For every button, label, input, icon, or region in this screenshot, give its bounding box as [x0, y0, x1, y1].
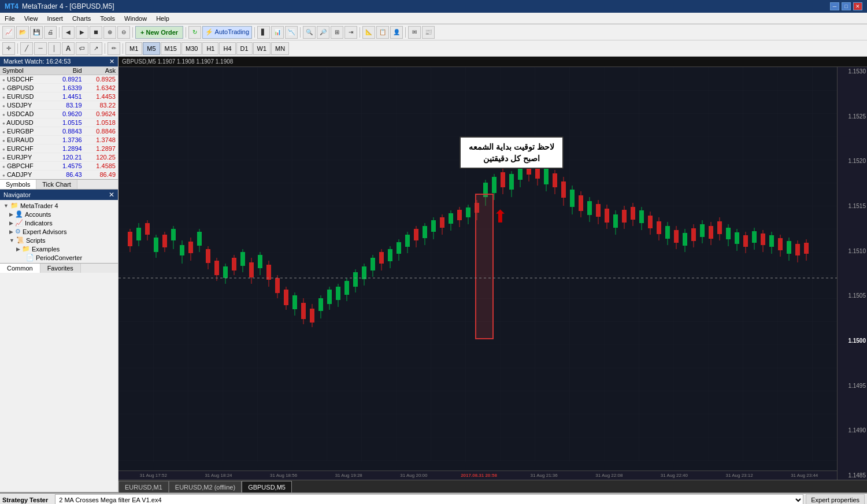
sep3 [123, 43, 123, 54]
magnify-minus[interactable]: 🔎 [317, 26, 329, 39]
market-watch-row[interactable]: ● GBPUSD 1.6339 1.6342 [0, 84, 118, 92]
period-m1[interactable]: M1 [125, 42, 142, 55]
tab-symbols[interactable]: Symbols [0, 180, 36, 189]
menu-insert[interactable]: Insert [42, 14, 68, 23]
open-data-button[interactable]: 📂 [16, 26, 29, 39]
period-m30[interactable]: M30 [181, 42, 202, 55]
hline-tool[interactable]: ─ [34, 42, 47, 55]
nav-examples[interactable]: ▶ 📁 Examples [0, 244, 118, 253]
new-order-button[interactable]: + New Order [135, 26, 183, 39]
tab-common[interactable]: Common [0, 264, 40, 273]
period-h1[interactable]: H1 [202, 42, 218, 55]
tab-tick-chart[interactable]: Tick Chart [36, 180, 77, 189]
period-h4[interactable]: H4 [219, 42, 235, 55]
nav-indicators[interactable]: ▶ 📈 Indicators [0, 218, 118, 227]
mw-symbol: ● EURUSD [0, 92, 50, 101]
market-watch-row[interactable]: ● EURUSD 1.4451 1.4453 [0, 92, 118, 101]
market-watch-row[interactable]: ● AUDUSD 1.0515 1.0518 [0, 118, 118, 127]
svg-rect-35 [266, 265, 271, 280]
market-watch-row[interactable]: ● GBPCHF 1.4575 1.4585 [0, 162, 118, 171]
expert-properties-button[interactable]: Expert properties [806, 494, 865, 505]
menu-file[interactable]: File [0, 14, 20, 23]
text-tool[interactable]: A [62, 42, 75, 55]
minimize-button[interactable]: ─ [830, 2, 839, 10]
mw-close-icon[interactable]: ✕ [109, 58, 114, 65]
chart-tab-eurusd-m2[interactable]: EURUSD,M2 (offline) [169, 481, 242, 492]
svg-rect-139 [717, 221, 722, 234]
menu-window[interactable]: Window [120, 14, 151, 23]
back-button[interactable]: ◀ [62, 26, 75, 39]
separator7 [405, 27, 406, 38]
titlebar: MT4 MetaTrader 4 - [GBPUSD,M5] ─ □ ✕ [0, 0, 867, 13]
line-tool[interactable]: ╱ [20, 42, 33, 55]
chart-type-bar[interactable]: ▋ [257, 26, 270, 39]
vline-tool[interactable]: │ [48, 42, 61, 55]
market-watch-row[interactable]: ● USDCAD 0.9620 0.9624 [0, 110, 118, 118]
mw-bid: 0.8921 [50, 75, 84, 84]
email-button[interactable]: ✉ [408, 26, 421, 39]
arrow-tool[interactable]: ↗ [90, 42, 102, 55]
new-chart-button[interactable]: 📈 [2, 26, 15, 39]
tab-favorites[interactable]: Favorites [40, 264, 81, 273]
svg-rect-79 [457, 210, 462, 220]
market-watch-row[interactable]: ● EURGBP 0.8843 0.8846 [0, 127, 118, 136]
forward-button[interactable]: ▶ [76, 26, 88, 39]
period-mn[interactable]: MN [271, 42, 289, 55]
scroll-right[interactable]: ⇥ [344, 26, 357, 39]
zoom-in-button[interactable]: ⊕ [103, 26, 116, 39]
autotrade-button[interactable]: ⚡ AutoTrading [202, 26, 252, 39]
chart-type-candle[interactable]: 📊 [271, 26, 284, 39]
market-watch-row[interactable]: ● USDCHF 0.8921 0.8925 [0, 75, 118, 84]
nav-period-converter[interactable]: 📄 PeriodConverter [0, 253, 118, 262]
period-m5[interactable]: M5 [143, 42, 160, 55]
svg-rect-31 [249, 262, 254, 277]
navigator-tree: ▼ 📁 MetaTrader 4 ▶ 👤 Accounts ▶ 📈 Indica… [0, 200, 118, 263]
print-button[interactable]: 🖨 [44, 26, 57, 39]
chart-tab-eurusd-m1[interactable]: EURUSD,M1 [118, 481, 169, 492]
mw-bid: 1.4451 [50, 92, 84, 101]
toolbar-main: 📈 📂 💾 🖨 ◀ ▶ ⏹ ⊕ ⊖ + New Order ↻ ⚡ AutoTr… [0, 24, 867, 40]
navigator-close-icon[interactable]: ✕ [109, 191, 114, 199]
chart-canvas[interactable]: 1.1530 1.1525 1.1520 1.1515 1.1510 1.150… [118, 67, 867, 480]
refresh-button[interactable]: ↻ [188, 26, 201, 39]
market-watch-row[interactable]: ● EURJPY 120.21 120.25 [0, 153, 118, 162]
svg-rect-69 [414, 229, 418, 240]
menu-charts[interactable]: Charts [68, 14, 95, 23]
draw-button[interactable]: ✏ [108, 42, 120, 55]
template-button[interactable]: 📋 [376, 26, 389, 39]
magnify-plus[interactable]: 🔍 [303, 26, 316, 39]
svg-rect-99 [544, 169, 549, 184]
profile-button[interactable]: 👤 [390, 26, 403, 39]
zoom-out-button[interactable]: ⊖ [117, 26, 130, 39]
market-watch-row[interactable]: ● CADJPY 86.43 86.49 [0, 171, 118, 179]
nav-scripts[interactable]: ▼ 📜 Scripts [0, 236, 118, 244]
menu-tools[interactable]: Tools [95, 14, 120, 23]
label-tool[interactable]: 🏷 [76, 42, 88, 55]
mw-bid: 0.9620 [50, 110, 84, 118]
nav-accounts[interactable]: ▶ 👤 Accounts [0, 210, 118, 218]
svg-rect-107 [579, 195, 583, 211]
svg-rect-121 [639, 210, 644, 223]
ea-dropdown[interactable]: 2 MA Crosses Mega filter EA V1.ex4 [55, 494, 803, 505]
grid-button[interactable]: ⊞ [331, 26, 343, 39]
period-w1[interactable]: W1 [253, 42, 271, 55]
svg-rect-143 [735, 232, 739, 244]
stop-button[interactable]: ⏹ [90, 26, 102, 39]
period-d1[interactable]: D1 [236, 42, 253, 55]
indicator-button[interactable]: 📐 [362, 26, 375, 39]
crosshair-button[interactable]: ✛ [2, 42, 15, 55]
nav-expert-advisors[interactable]: ▶ ⚙ Expert Advisors [0, 227, 118, 236]
chart-tab-gbpusd-m5[interactable]: GBPUSD,M5 [242, 481, 292, 492]
market-watch-row[interactable]: ● EURAUD 1.3736 1.3748 [0, 136, 118, 144]
menu-view[interactable]: View [20, 14, 43, 23]
period-m15[interactable]: M15 [161, 42, 181, 55]
close-button[interactable]: ✕ [853, 2, 862, 10]
nav-metatrader4[interactable]: ▼ 📁 MetaTrader 4 [0, 201, 118, 210]
market-watch-row[interactable]: ● USDJPY 83.19 83.22 [0, 101, 118, 110]
market-watch-row[interactable]: ● EURCHF 1.2894 1.2897 [0, 144, 118, 153]
save-button[interactable]: 💾 [30, 26, 43, 39]
restore-button[interactable]: □ [842, 2, 851, 10]
menu-help[interactable]: Help [151, 14, 174, 23]
news-button[interactable]: 📰 [422, 26, 435, 39]
chart-type-line[interactable]: 📉 [285, 26, 298, 39]
